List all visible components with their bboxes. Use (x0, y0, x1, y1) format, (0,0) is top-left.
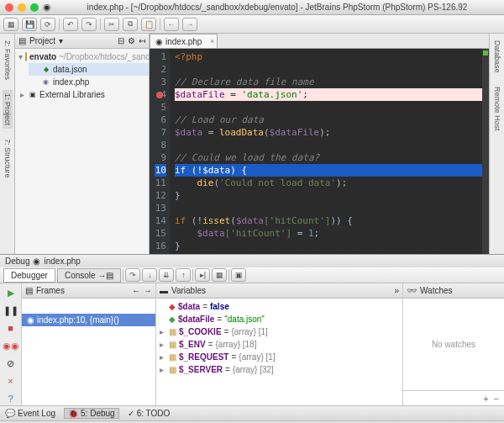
toggle-button[interactable]: ▣ (231, 268, 246, 282)
project-panel-title: Project (29, 36, 55, 45)
remove-watch-button[interactable]: − (494, 394, 499, 404)
debug-side-controls: ▶ ❚❚ ■ ◉◉ ⊘ × ? (0, 283, 22, 405)
editor-area: ◉ index.php × 123 456 789 1011 121314 15… (150, 34, 489, 254)
prev-frame-icon[interactable]: ← (132, 286, 140, 295)
back-button[interactable]: ← (164, 18, 179, 31)
redo-button[interactable]: ↷ (81, 18, 97, 31)
minimize-window-icon[interactable] (18, 3, 26, 12)
watches-title: Watches (420, 286, 453, 295)
variable-row[interactable]: ◆$dataFile = "data.json" (156, 313, 402, 325)
database-tab[interactable]: Database (492, 37, 502, 77)
expand-icon[interactable]: ▾ (18, 52, 23, 61)
right-tool-strip: Database Remote Host (489, 34, 504, 254)
step-into-button[interactable]: ↓ (142, 268, 157, 282)
close-window-icon[interactable] (5, 3, 13, 12)
execution-line: if (!$data) { (175, 164, 489, 177)
code-editor[interactable]: 123 456 789 1011 121314 1516 <?php // De… (150, 49, 489, 254)
remote-host-tab[interactable]: Remote Host (492, 83, 502, 135)
hide-icon[interactable]: ↤ (139, 36, 145, 45)
check-icon: ✓ (128, 409, 134, 418)
save-button[interactable]: 💾 (22, 18, 37, 31)
stop-button[interactable]: ■ (4, 321, 18, 335)
step-over-button[interactable]: ↷ (125, 268, 140, 282)
variable-row[interactable]: ◆$data = false (156, 300, 402, 313)
sync-button[interactable]: ⟳ (40, 18, 55, 31)
traffic-lights (5, 3, 39, 12)
forward-button[interactable]: → (182, 18, 197, 31)
add-watch-button[interactable]: + (483, 394, 488, 404)
file-index-php[interactable]: ◉ index.php (29, 76, 149, 88)
variable-row[interactable]: ▸▦$_SERVER = {array} [32] (156, 363, 402, 376)
debug-panel-title: Debug (5, 256, 29, 266)
editor-tabs: ◉ index.php × (150, 34, 489, 49)
more-icon[interactable]: » (394, 286, 399, 295)
undo-button[interactable]: ↶ (63, 18, 78, 31)
project-panel: ▤ Project ▾ ⊟ ⚙ ↤ ▾ envato ~/Dropbox/htd… (15, 34, 150, 254)
file-label: data.json (53, 65, 87, 74)
variables-pane: ▬ Variables » ◆$data = false ◆$dataFile … (156, 283, 403, 405)
stack-frame[interactable]: ◉ index.php:10, {main}() (22, 314, 155, 326)
code-lines[interactable]: <?php // Declare data file name $dataFil… (170, 49, 489, 254)
stack-frame-label: index.php:10, {main}() (37, 315, 119, 325)
watches-empty: No watches (403, 299, 504, 390)
bottom-tool-tabs: 💬Event Log 🐞5: Debug ✓6: TODO (0, 405, 504, 420)
editor-minimap[interactable] (482, 49, 489, 254)
expand-icon[interactable]: ▸ (160, 340, 166, 349)
array-icon: ▦ (169, 352, 176, 362)
library-icon: ▣ (28, 90, 37, 99)
external-libraries[interactable]: ▸ ▣ External Libraries (15, 88, 149, 101)
expand-icon[interactable]: ▸ (18, 90, 25, 99)
copy-button[interactable]: ⧉ (123, 18, 138, 31)
variable-row[interactable]: ▸▦$_COOKIE = {array} [1] (156, 325, 402, 338)
balloon-icon: 💬 (5, 409, 15, 418)
watches-controls: + − (403, 390, 504, 405)
file-data-json[interactable]: ◆ data.json (29, 63, 149, 76)
mute-breakpoints-button[interactable]: ⊘ (4, 357, 18, 370)
frames-pane: ▤ Frames ← → ◉ index.php:10, {main}() (22, 283, 156, 405)
separator (59, 19, 60, 30)
debug-panel: Debug ◉ index.php Debugger Console →▤ ↷ … (0, 254, 504, 405)
editor-tab-index[interactable]: ◉ index.php × (150, 34, 218, 48)
next-frame-icon[interactable]: → (144, 286, 152, 295)
close-tab-icon[interactable]: × (210, 37, 214, 45)
php-file-icon: ◉ (27, 315, 34, 325)
breakpoint-icon[interactable] (156, 92, 163, 98)
close-button[interactable]: × (4, 374, 18, 388)
expand-icon[interactable]: ▸ (160, 352, 166, 362)
file-label: index.php (53, 77, 89, 87)
json-file-icon: ◆ (41, 65, 50, 74)
gear-icon[interactable]: ⚙ (128, 36, 135, 45)
project-tab[interactable]: 1: Project (3, 90, 13, 129)
project-root[interactable]: ▾ envato ~/Dropbox/htdocs/_sandbox/xde (15, 50, 149, 63)
help-button[interactable]: ? (4, 392, 18, 405)
console-tab[interactable]: Console →▤ (57, 268, 121, 283)
step-out-button[interactable]: ↑ (176, 268, 191, 282)
zoom-window-icon[interactable] (30, 3, 39, 12)
dropdown-icon[interactable]: ▾ (59, 36, 63, 45)
force-step-into-button[interactable]: ⇊ (159, 268, 174, 282)
variable-row[interactable]: ▸▦$_ENV = {array} [18] (156, 338, 402, 351)
view-breakpoints-button[interactable]: ◉◉ (4, 339, 18, 352)
favorites-tab[interactable]: 2: Favorites (3, 37, 13, 83)
pause-button[interactable]: ❚❚ (4, 304, 18, 317)
expand-icon[interactable]: ▸ (160, 365, 166, 374)
cut-button[interactable]: ✂ (104, 18, 119, 31)
todo-tab[interactable]: ✓6: TODO (128, 409, 171, 418)
variable-row[interactable]: ▸▦$_REQUEST = {array} [1] (156, 351, 402, 363)
run-to-cursor-button[interactable]: ▸| (195, 268, 210, 282)
debug-tool-tab[interactable]: 🐞5: Debug (64, 408, 119, 419)
project-tree: ▾ envato ~/Dropbox/htdocs/_sandbox/xde ◆… (15, 49, 149, 103)
resume-button[interactable]: ▶ (4, 286, 18, 299)
evaluate-button[interactable]: ▦ (212, 268, 227, 282)
debugger-tab[interactable]: Debugger (3, 268, 55, 283)
collapse-icon[interactable]: ⊟ (118, 36, 124, 45)
open-button[interactable]: ▦ (3, 18, 18, 31)
php-file-icon: ◉ (155, 37, 163, 46)
structure-tab[interactable]: 7: Structure (3, 135, 13, 182)
event-log-tab[interactable]: 💬Event Log (5, 409, 55, 418)
paste-button[interactable]: 📋 (141, 18, 156, 31)
folder-icon (25, 52, 27, 61)
project-root-label: envato (29, 52, 56, 61)
main-toolbar: ▦ 💾 ⟳ ↶ ↷ ✂ ⧉ 📋 ← → (0, 15, 504, 34)
expand-icon[interactable]: ▸ (160, 327, 166, 336)
